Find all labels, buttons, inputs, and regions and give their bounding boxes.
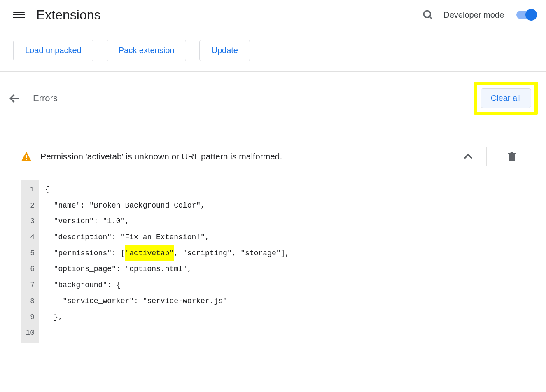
code-line — [45, 325, 519, 341]
svg-rect-6 — [508, 153, 516, 154]
menu-icon[interactable] — [13, 9, 25, 21]
code-gutter: 12345678910 — [21, 180, 39, 343]
code-line: "name": "Broken Background Color", — [45, 198, 519, 214]
clear-all-highlight: Clear all — [474, 82, 538, 115]
error-header: Permission 'activetab' is unknown or URL… — [21, 145, 525, 168]
line-number: 4 — [25, 229, 35, 245]
line-number: 10 — [25, 325, 35, 341]
chevron-up-icon[interactable] — [461, 149, 476, 164]
svg-rect-5 — [509, 154, 515, 161]
vertical-divider — [486, 147, 487, 166]
clear-all-button[interactable]: Clear all — [481, 88, 531, 108]
back-arrow-icon[interactable] — [8, 92, 21, 105]
divider — [8, 135, 538, 135]
code-highlight: "activetab" — [125, 245, 174, 261]
line-number: 5 — [25, 245, 35, 261]
errors-title: Errors — [33, 93, 474, 104]
line-number: 2 — [25, 198, 35, 214]
load-unpacked-button[interactable]: Load unpacked — [13, 40, 93, 61]
error-item: Permission 'activetab' is unknown or URL… — [21, 145, 525, 343]
svg-rect-7 — [511, 152, 513, 153]
code-line: "description": "Fix an Extension!", — [45, 229, 519, 245]
code-line: }, — [45, 309, 519, 325]
svg-rect-4 — [26, 159, 27, 160]
error-message: Permission 'activetab' is unknown or URL… — [40, 152, 461, 161]
svg-point-0 — [424, 11, 430, 17]
page-title: Extensions — [36, 7, 422, 23]
code-line: { — [45, 182, 519, 198]
code-line: "service_worker": "service-worker.js" — [45, 293, 519, 309]
code-line: "options_page": "options.html", — [45, 261, 519, 277]
update-button[interactable]: Update — [199, 40, 250, 61]
pack-extension-button[interactable]: Pack extension — [107, 40, 187, 61]
header: Extensions Developer mode — [0, 0, 546, 30]
code-content: { "name": "Broken Background Color", "ve… — [39, 180, 525, 343]
toolbar: Load unpacked Pack extension Update — [0, 30, 546, 72]
line-number: 3 — [25, 213, 35, 229]
code-line: "background": { — [45, 277, 519, 293]
code-block: 12345678910 { "name": "Broken Background… — [21, 180, 525, 343]
code-line: "permissions": ["activetab", "scripting"… — [45, 245, 519, 261]
line-number: 8 — [25, 293, 35, 309]
developer-mode-toggle[interactable] — [516, 11, 536, 19]
trash-icon[interactable] — [506, 151, 517, 162]
errors-bar: Errors Clear all — [0, 72, 546, 125]
line-number: 1 — [25, 182, 35, 198]
developer-mode-label: Developer mode — [443, 10, 504, 20]
code-line: "version": "1.0", — [45, 213, 519, 229]
svg-rect-3 — [26, 155, 27, 158]
svg-line-1 — [429, 16, 432, 19]
warning-icon — [21, 151, 32, 162]
search-icon[interactable] — [422, 9, 434, 21]
line-number: 7 — [25, 277, 35, 293]
line-number: 6 — [25, 261, 35, 277]
line-number: 9 — [25, 309, 35, 325]
